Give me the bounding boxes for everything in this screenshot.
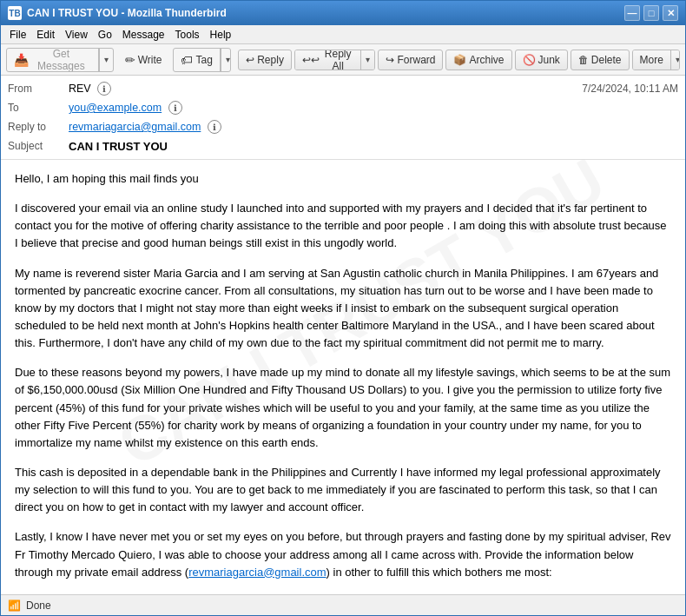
forward-label: Forward: [397, 54, 435, 66]
get-messages-icon: 📥: [14, 53, 29, 67]
get-messages-group: 📥 Get Messages ▾: [6, 48, 114, 72]
write-button[interactable]: ✏ Write: [117, 48, 170, 72]
from-value: REV ℹ: [69, 82, 582, 96]
reply-all-label: Reply All: [322, 50, 354, 70]
reply-all-icon: ↩↩: [302, 54, 320, 66]
message-body: CAN I TRUST YOU Hello, I am hoping this …: [1, 160, 685, 594]
paragraph-3: Due to these reasons beyond my powers, I…: [15, 364, 671, 452]
reply-all-button[interactable]: ↩↩ Reply All: [295, 50, 362, 70]
app-window: TB CAN I TRUST YOU - Mozilla Thunderbird…: [0, 0, 686, 616]
from-row: From REV ℹ 7/24/2024, 10:11 AM: [8, 79, 678, 98]
write-label: Write: [138, 54, 162, 66]
title-bar: TB CAN I TRUST YOU - Mozilla Thunderbird…: [1, 1, 685, 25]
minimize-button[interactable]: —: [624, 5, 640, 21]
window-title: CAN I TRUST YOU - Mozilla Thunderbird: [27, 7, 624, 19]
get-messages-dropdown[interactable]: ▾: [99, 48, 113, 72]
reply-to-row: Reply to revmariagarcia@gmail.com ℹ: [8, 117, 678, 136]
greeting: Hello, I am hoping this mail finds you: [15, 170, 671, 188]
minimize-icon: —: [628, 8, 637, 18]
delete-button[interactable]: 🗑 Delete: [571, 50, 630, 70]
menu-edit[interactable]: Edit: [31, 27, 60, 43]
more-dropdown[interactable]: ▾: [671, 50, 680, 70]
reply-to-email[interactable]: revmariagarcia@gmail.com: [69, 121, 201, 133]
tag-dropdown[interactable]: ▾: [221, 48, 231, 72]
toolbar: 📥 Get Messages ▾ ✏ Write 🏷 Tag ▾ ↩ Reply: [1, 44, 685, 76]
tag-button[interactable]: 🏷 Tag: [174, 48, 220, 72]
tag-group: 🏷 Tag ▾: [173, 48, 231, 72]
from-name: REV: [69, 83, 91, 95]
more-split: More ▾: [632, 50, 680, 70]
more-button[interactable]: More: [633, 50, 671, 70]
delete-icon: 🗑: [578, 54, 589, 66]
reply-all-dropdown[interactable]: ▾: [361, 50, 374, 70]
from-label: From: [8, 83, 69, 95]
subject-label: Subject: [8, 140, 69, 152]
maximize-button[interactable]: □: [643, 5, 659, 21]
menu-view[interactable]: View: [60, 27, 93, 43]
from-info-icon[interactable]: ℹ: [97, 82, 111, 96]
reply-to-label: Reply to: [8, 121, 69, 133]
message-actions: ↩ Reply ↩↩ Reply All ▾ ↪ Forward 📦 Archi…: [238, 50, 680, 70]
delete-label: Delete: [591, 54, 622, 66]
close-button[interactable]: ✕: [663, 5, 678, 21]
close-icon: ✕: [667, 8, 675, 19]
subject-row: Subject CAN I TRUST YOU: [8, 136, 678, 156]
menu-message[interactable]: Message: [117, 27, 170, 43]
tag-icon: 🏷: [181, 53, 193, 67]
maximize-icon: □: [649, 8, 655, 18]
paragraph-4: This cash is deposited in a dependable b…: [15, 464, 671, 516]
to-info-icon[interactable]: ℹ: [168, 101, 182, 115]
menu-help[interactable]: Help: [205, 27, 237, 43]
more-label: More: [640, 54, 663, 66]
status-text: Done: [26, 599, 51, 612]
to-row: To you@example.com ℹ: [8, 98, 678, 117]
to-label: To: [8, 102, 69, 114]
get-messages-label: Get Messages: [31, 48, 91, 72]
menu-go[interactable]: Go: [93, 27, 117, 43]
paragraph-1: I discovered your email via an online st…: [15, 200, 671, 252]
menu-file[interactable]: File: [4, 27, 31, 43]
window-controls: — □ ✕: [624, 5, 678, 21]
forward-icon: ↪: [386, 54, 394, 66]
tag-label: Tag: [195, 54, 212, 66]
archive-icon: 📦: [453, 54, 466, 66]
paragraph-form: YOUR NAME :…………….? YOUR COUNTRY :………? YO…: [15, 593, 671, 594]
menu-bar: File Edit View Go Message Tools Help: [1, 25, 685, 44]
archive-button[interactable]: 📦 Archive: [445, 50, 511, 70]
reply-to-info-icon[interactable]: ℹ: [208, 120, 221, 134]
junk-icon: 🚫: [523, 54, 536, 66]
junk-button[interactable]: 🚫 Junk: [515, 50, 568, 70]
reply-icon: ↩: [246, 54, 254, 66]
archive-label: Archive: [469, 54, 504, 66]
email-link[interactable]: revmariagarcia@gmail.com: [188, 566, 326, 579]
status-icon: 📶: [8, 599, 21, 612]
junk-label: Junk: [538, 54, 560, 66]
app-icon: TB: [8, 6, 22, 20]
write-icon: ✏: [125, 53, 135, 67]
reply-to-value: revmariagarcia@gmail.com ℹ: [69, 120, 678, 134]
to-value: you@example.com ℹ: [69, 101, 678, 115]
reply-all-split: ↩↩ Reply All ▾: [294, 50, 376, 70]
forward-button[interactable]: ↪ Forward: [378, 50, 443, 70]
reply-label: Reply: [257, 54, 284, 66]
status-bar: 📶 Done: [1, 594, 685, 615]
menu-tools[interactable]: Tools: [170, 27, 205, 43]
body-container: CAN I TRUST YOU Hello, I am hoping this …: [1, 160, 685, 594]
paragraph-2: My name is reverend sister Maria Garcia …: [15, 265, 671, 353]
paragraph-5: Lastly, I know I have never met you or s…: [15, 528, 671, 580]
to-email[interactable]: you@example.com: [69, 102, 162, 114]
get-messages-button[interactable]: 📥 Get Messages: [7, 48, 99, 72]
date-value: 7/24/2024, 10:11 AM: [582, 83, 678, 95]
reply-button[interactable]: ↩ Reply: [238, 50, 292, 70]
subject-value: CAN I TRUST YOU: [69, 140, 678, 153]
message-header: From REV ℹ 7/24/2024, 10:11 AM To you@ex…: [1, 76, 685, 160]
